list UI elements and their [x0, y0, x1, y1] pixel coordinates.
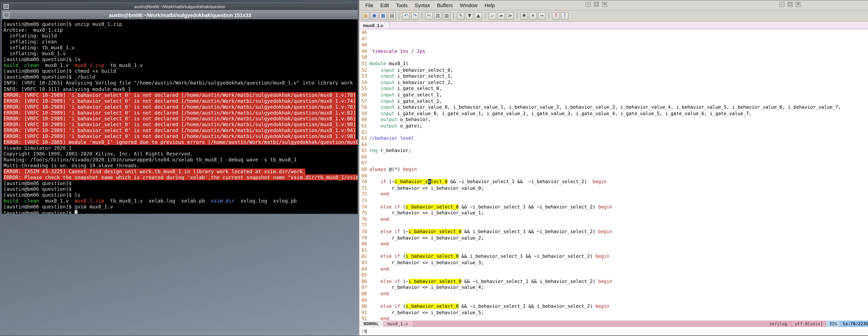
menu-syntax[interactable]: Syntax	[411, 1, 434, 9]
line-number: 60	[359, 117, 369, 123]
redo-icon[interactable]: ↷	[411, 12, 419, 20]
code-line: 53 input i_behavior_select_1,	[359, 73, 868, 80]
line-number: 61	[359, 123, 369, 129]
line-number: 55	[359, 86, 369, 92]
load-session-icon[interactable]: ▱	[489, 12, 496, 20]
find-next-icon[interactable]: ▼	[466, 12, 473, 20]
encoding-indicator: utf-8[unix]	[791, 320, 826, 327]
find-prev-icon[interactable]: ▲	[474, 12, 482, 20]
terminal-line: [austin@bm06 question]$	[3, 180, 358, 186]
code-line: 71 r_behavior <= i_behavior_value_0;	[359, 185, 868, 192]
terminal-line: Vivado Simulator 2020.1	[3, 145, 358, 151]
line-number: 76	[359, 217, 369, 223]
terminal-line: Archive: mux8_1.zip	[3, 27, 358, 33]
terminal-line: ERROR: [VRFC 10-2989] 'i_bahavior_select…	[3, 133, 358, 139]
code-line: 68always @(*) begin	[359, 167, 868, 173]
line-number: 48	[359, 42, 369, 49]
line-number: 66	[359, 154, 369, 160]
terminal-line: build clean mux8_1.v mux8_1.zip tb_mux8_…	[3, 198, 358, 204]
undo-icon[interactable]: ↶	[402, 12, 410, 20]
gvim-window[interactable]: FileEditToolsSyntaxBuffersWindowHelp–□× …	[359, 0, 868, 336]
terminal-line: [austin@bm06 question]$	[3, 186, 358, 192]
make-icon[interactable]: ✱	[520, 12, 528, 20]
search-highlight: i_bahavior_select_0	[408, 279, 461, 284]
window-menu-icon[interactable]	[3, 4, 9, 9]
terminal-line: inflating: mux8_1.v	[3, 51, 358, 57]
terminal-titlebar-outer[interactable]: austin@bm06:~/Work/matbi/sulgyedokhak/qu…	[2, 3, 358, 10]
save-session-icon[interactable]: ▰	[497, 12, 505, 20]
search-highlight: i_bahavior_select_0	[406, 304, 459, 309]
minimize-icon[interactable]: –	[586, 2, 591, 7]
menu-tools[interactable]: Tools	[393, 1, 411, 9]
toolbar-separator	[399, 12, 399, 20]
maximize-icon[interactable]: □	[594, 2, 599, 7]
terminal-window[interactable]: austin@bm06:~/Work/matbi/sulgyedokhak/qu…	[1, 2, 358, 214]
line-number: 89	[359, 297, 369, 304]
terminal-output[interactable]: [austin@bm06 question]$ unzip mux8_1.zip…	[2, 20, 358, 214]
window-menu-icon[interactable]	[3, 12, 9, 18]
tag-jump-icon[interactable]: →	[538, 12, 546, 20]
paste-icon[interactable]: ▧	[443, 12, 451, 20]
terminal-line: ERROR: Please check the snapshot name wh…	[3, 175, 358, 180]
search-highlight: lect_0	[431, 179, 447, 184]
open-file-icon[interactable]: ▨	[362, 12, 369, 20]
terminal-line: ERROR: [VRFC 10-2989] 'i_bahavior_select…	[3, 127, 358, 133]
code-line: 52 input i_behavior_select_0,	[359, 67, 868, 73]
line-number: 57	[359, 98, 369, 105]
run-script-icon[interactable]: ≫	[506, 12, 514, 20]
menu-window[interactable]: Window	[456, 1, 481, 9]
terminal-line: Copyright 1986-1999, 2001-2020 Xilinx, I…	[3, 151, 358, 157]
toolbar-separator	[453, 12, 454, 20]
save-file-icon[interactable]: ▣	[370, 12, 378, 20]
build-tags-icon[interactable]: ✳	[529, 12, 537, 20]
terminal-line: [austin@bm06 question]$ ls	[3, 57, 358, 62]
terminal-line: inflating: tb_mux8_1.v	[3, 45, 358, 51]
code-line: 56 input i_gate_select_1,	[359, 92, 868, 98]
menu-file[interactable]: File	[362, 1, 377, 9]
editor-area[interactable]: 46474849`timescale 1ns / 1ps5051module m…	[359, 29, 868, 320]
code-line: 81	[359, 248, 868, 254]
find-replace-icon[interactable]: ✎	[457, 12, 465, 20]
help-icon[interactable]: ?	[552, 12, 560, 20]
vim-command-line[interactable]: :q	[359, 327, 868, 335]
terminal-title-outer: austin@bm06:~/Work/matbi/sulgyedokhak/qu…	[9, 4, 358, 8]
terminal-title: austin@bm06:~/Work/matbi/sulgyedokhak/qu…	[9, 12, 358, 18]
code-line: 90 else if (i_bahavior_select_0 && ~i_be…	[359, 304, 868, 310]
menu-edit[interactable]: Edit	[377, 1, 393, 9]
code-line: 92 end	[359, 316, 868, 320]
line-number: 91	[359, 310, 369, 316]
menu-buffers[interactable]: Buffers	[433, 1, 456, 9]
editor-cursor: e	[428, 179, 431, 184]
maximize-icon[interactable]: □	[787, 2, 793, 7]
code-line: 61 output o_gate);	[359, 123, 868, 129]
close-icon[interactable]: ×	[602, 2, 607, 7]
minimize-icon[interactable]: –	[779, 2, 784, 7]
line-number: 49	[359, 49, 369, 55]
cut-icon[interactable]: ✂	[425, 12, 433, 20]
code-line: 86 else if (~i_bahavior_select_0 && ~i_b…	[359, 279, 868, 285]
line-number: 81	[359, 248, 369, 254]
code-line: 72 end	[359, 192, 868, 198]
toolbar-separator	[422, 12, 422, 20]
code-line: 49`timescale 1ns / 1ps	[359, 49, 868, 55]
search-highlight: i_bahavior_s	[395, 179, 428, 184]
statusline-filename: mux8_1.v	[383, 320, 412, 327]
tab-mux8-1-v[interactable]: mux8_1.v	[359, 22, 390, 29]
search-highlight: i_bahavior_select_0	[406, 204, 459, 209]
copy-icon[interactable]: ▥	[434, 12, 442, 20]
line-number: 62	[359, 129, 369, 136]
find-help-icon[interactable]: ?	[561, 12, 568, 20]
line-number: 78	[359, 229, 369, 235]
line-number: 88	[359, 291, 369, 298]
toolbar-separator	[485, 12, 486, 20]
terminal-line: Multi-threading is on. Using 14 slave th…	[3, 163, 358, 169]
terminal-titlebar[interactable]: austin@bm06:~/Work/matbi/sulgyedokhak/qu…	[2, 10, 358, 20]
close-icon[interactable]: ×	[796, 2, 801, 7]
save-all-icon[interactable]: ▦	[379, 12, 387, 20]
line-number: 90	[359, 304, 369, 310]
line-number: 83	[359, 260, 369, 266]
menu-help[interactable]: Help	[481, 1, 498, 9]
terminal-line: [austin@bm06 question]$	[3, 210, 358, 214]
code-line: 63//behavior level	[359, 136, 868, 142]
print-icon[interactable]: ▤	[388, 12, 396, 20]
